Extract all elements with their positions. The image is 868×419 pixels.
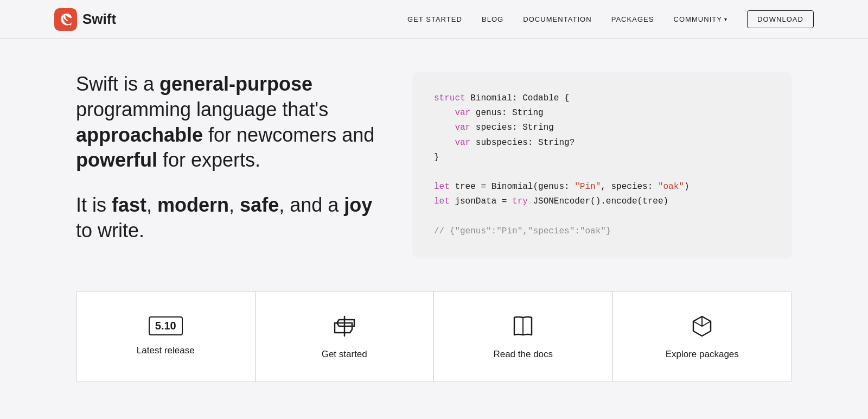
version-badge: 5.10: [149, 316, 183, 335]
nav-documentation[interactable]: DOCUMENTATION: [523, 15, 591, 23]
hero-paragraph-1: Swift is a general-purpose programming l…: [76, 72, 380, 173]
card-label-latest-release: Latest release: [137, 345, 195, 356]
hero-paragraph-2: It is fast, modern, safe, and a joy to w…: [76, 193, 380, 244]
hero-text: Swift is a general-purpose programming l…: [76, 72, 380, 244]
card-label-explore-packages: Explore packages: [666, 349, 739, 360]
logo[interactable]: Swift: [54, 8, 116, 31]
svg-line-5: [693, 321, 702, 326]
code-block: struct Binomial: Codable { var genus: St…: [412, 72, 792, 258]
card-get-started[interactable]: Get started: [256, 291, 435, 382]
logo-wordmark: Swift: [82, 11, 116, 28]
hero-section: Swift is a general-purpose programming l…: [76, 72, 792, 258]
signpost-icon: [331, 313, 358, 339]
card-latest-release[interactable]: 5.10 Latest release: [76, 291, 256, 382]
nav-blog[interactable]: BLOG: [482, 15, 503, 23]
main-nav: GET STARTED BLOG DOCUMENTATION PACKAGES …: [407, 10, 814, 28]
quick-links: 5.10 Latest release Get started: [76, 291, 792, 382]
card-label-read-docs: Read the docs: [493, 349, 553, 360]
nav-community[interactable]: COMMUNITY ▾: [674, 15, 728, 23]
nav-get-started[interactable]: GET STARTED: [407, 15, 462, 23]
card-label-get-started: Get started: [322, 349, 367, 360]
svg-line-4: [702, 321, 711, 326]
card-explore-packages[interactable]: Explore packages: [613, 291, 792, 382]
box-icon: [689, 313, 715, 339]
download-button[interactable]: DOWNLOAD: [747, 10, 814, 28]
book-icon: [510, 313, 536, 339]
nav-packages[interactable]: PACKAGES: [611, 15, 654, 23]
chevron-down-icon: ▾: [724, 16, 727, 22]
card-read-docs[interactable]: Read the docs: [434, 291, 613, 382]
swift-logo-icon: [54, 8, 77, 31]
